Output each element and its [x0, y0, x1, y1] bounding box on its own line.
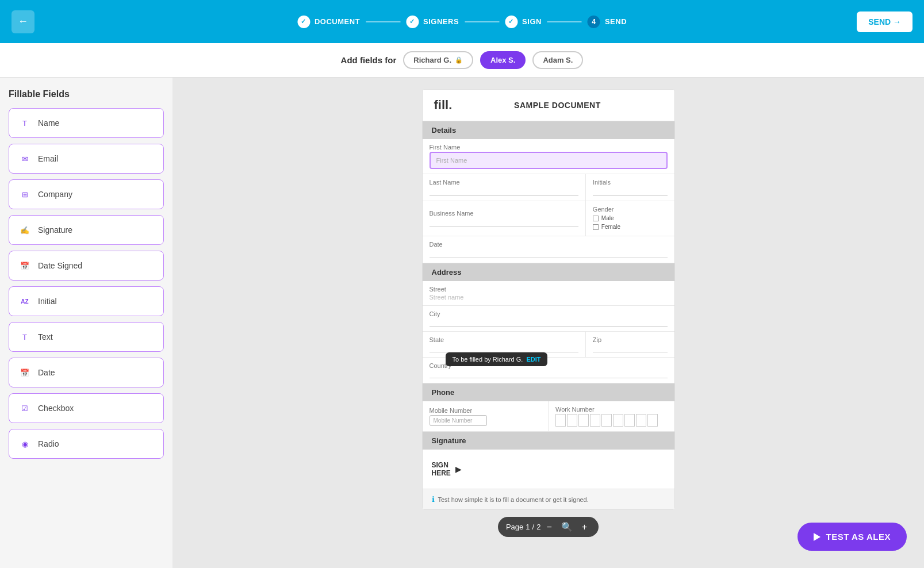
- business-name-field[interactable]: [430, 218, 578, 227]
- details-section-header: Details: [423, 121, 674, 139]
- last-name-label: Last Name: [430, 179, 578, 186]
- field-checkbox[interactable]: ☑ Checkbox: [9, 393, 164, 423]
- zoom-in-button[interactable]: +: [578, 521, 591, 534]
- field-text-label: Text: [38, 332, 53, 341]
- phone-section-header: Phone: [423, 383, 674, 401]
- step-send-label: SEND: [605, 17, 627, 26]
- first-name-field[interactable]: First Name: [430, 152, 668, 169]
- field-name-label: Name: [38, 118, 59, 128]
- date-cell: Date: [423, 236, 674, 263]
- signer-adam-name: Adam S.: [543, 56, 573, 64]
- document-title: SAMPLE DOCUMENT: [514, 101, 601, 110]
- field-email[interactable]: ✉ Email: [9, 144, 164, 174]
- richard-tooltip: To be filled by Richard G. EDIT: [446, 352, 548, 366]
- phone-box-4[interactable]: [590, 414, 600, 427]
- gender-label: Gender: [593, 206, 668, 213]
- mobile-placeholder: Mobile Number: [434, 417, 473, 424]
- step-sign: ✓ SIGN: [505, 16, 542, 28]
- street-placeholder: Street name: [430, 294, 668, 301]
- field-text[interactable]: T Text: [9, 322, 164, 352]
- play-icon: [814, 533, 821, 541]
- phone-box-2[interactable]: [567, 414, 577, 427]
- field-date-signed[interactable]: 📅 Date Signed: [9, 251, 164, 281]
- mobile-field[interactable]: Mobile Number: [430, 415, 487, 426]
- richard-tooltip-text: To be filled by Richard G.: [453, 356, 523, 363]
- field-signature-icon: ✍: [18, 224, 31, 236]
- subheader: Add fields for Richard G. 🔒 Alex S. Adam…: [0, 43, 924, 78]
- mobile-number-label: Mobile Number: [430, 407, 542, 414]
- business-gender-row: Business Name Gender Male Female: [423, 201, 674, 236]
- zoom-out-button[interactable]: −: [543, 521, 555, 534]
- phone-box-1[interactable]: [555, 414, 566, 427]
- signer-richard[interactable]: Richard G. 🔒: [403, 51, 473, 69]
- sign-here-label: SIGN: [432, 461, 448, 469]
- field-radio-label: Radio: [38, 439, 59, 448]
- field-name-icon: T: [18, 117, 31, 129]
- test-as-alex-label: TEST AS ALEX: [826, 532, 891, 542]
- zip-field[interactable]: [593, 344, 668, 352]
- mobile-cell: Mobile Number Mobile Number: [423, 401, 549, 431]
- field-name[interactable]: T Name: [9, 108, 164, 138]
- step-document-label: DOCUMENT: [315, 17, 360, 26]
- back-button[interactable]: ←: [11, 10, 34, 33]
- test-as-alex-button[interactable]: TEST AS ALEX: [798, 523, 907, 551]
- signer-alex[interactable]: Alex S.: [480, 51, 526, 69]
- document-header: fill. SAMPLE DOCUMENT: [423, 90, 674, 121]
- initials-field[interactable]: [593, 187, 668, 196]
- state-field[interactable]: [430, 344, 578, 352]
- field-date-label: Date: [38, 368, 55, 377]
- business-name-cell: Business Name: [423, 201, 586, 236]
- sidebar-title: Fillable Fields: [9, 89, 164, 99]
- address-section-header: Address: [423, 263, 674, 281]
- phone-box-9[interactable]: [647, 414, 658, 427]
- date-field[interactable]: [430, 249, 668, 258]
- signer-adam[interactable]: Adam S.: [532, 51, 583, 69]
- male-checkbox[interactable]: [593, 216, 599, 221]
- field-initial[interactable]: AZ Initial: [9, 286, 164, 316]
- date-label: Date: [430, 241, 668, 248]
- field-radio-icon: ◉: [18, 437, 31, 450]
- sign-area[interactable]: SIGN HERE ▶: [423, 450, 674, 489]
- step-send-number: 4: [588, 16, 600, 28]
- signer-alex-name: Alex S.: [490, 56, 515, 64]
- sidebar: Fillable Fields T Name ✉ Email ⊞ Company…: [0, 78, 172, 568]
- city-field[interactable]: [430, 318, 668, 327]
- phone-section-wrapper: Phone To be filled by Adam S. EDIT: [423, 383, 674, 401]
- field-company[interactable]: ⊞ Company: [9, 179, 164, 209]
- last-name-field[interactable]: [430, 187, 578, 196]
- female-row: Female: [593, 224, 668, 230]
- business-name-label: Business Name: [430, 210, 578, 217]
- phone-box-8[interactable]: [636, 414, 646, 427]
- zoom-button[interactable]: 🔍: [558, 520, 576, 534]
- phone-box-5[interactable]: [601, 414, 612, 427]
- field-text-icon: T: [18, 331, 31, 343]
- step-signers-check: ✓: [406, 16, 419, 28]
- initials-label: Initials: [593, 179, 668, 186]
- richard-tooltip-edit[interactable]: EDIT: [526, 356, 540, 363]
- field-radio[interactable]: ◉ Radio: [9, 429, 164, 459]
- field-date[interactable]: 📅 Date: [9, 358, 164, 387]
- phone-box-3[interactable]: [578, 414, 589, 427]
- step-sign-check: ✓: [505, 16, 517, 28]
- phone-box-6[interactable]: [613, 414, 623, 427]
- send-label: SEND →: [868, 17, 901, 26]
- street-cell: Street Street name: [423, 281, 674, 305]
- step-signers: ✓ SIGNERS: [406, 16, 459, 28]
- phone-box-7[interactable]: [624, 414, 635, 427]
- phone-row: Mobile Number Mobile Number Work Number: [423, 401, 674, 432]
- female-checkbox[interactable]: [593, 224, 599, 230]
- sign-here-label2: HERE: [432, 469, 451, 477]
- first-name-label: First Name: [430, 144, 668, 151]
- step-signers-label: SIGNERS: [423, 17, 459, 26]
- step-sign-label: SIGN: [522, 17, 542, 26]
- top-navigation: ← ✓ DOCUMENT ✓ SIGNERS ✓ SIGN 4 SEND SEN…: [0, 0, 924, 43]
- page-total: 2: [536, 523, 540, 531]
- female-label: Female: [601, 224, 620, 230]
- field-initial-icon: AZ: [18, 295, 31, 308]
- male-row: Male: [593, 215, 668, 221]
- send-button[interactable]: SEND →: [857, 11, 913, 32]
- last-name-row: Last Name Initials: [423, 174, 674, 201]
- country-field[interactable]: [430, 370, 668, 378]
- field-initial-label: Initial: [38, 297, 57, 306]
- field-signature[interactable]: ✍ Signature: [9, 215, 164, 245]
